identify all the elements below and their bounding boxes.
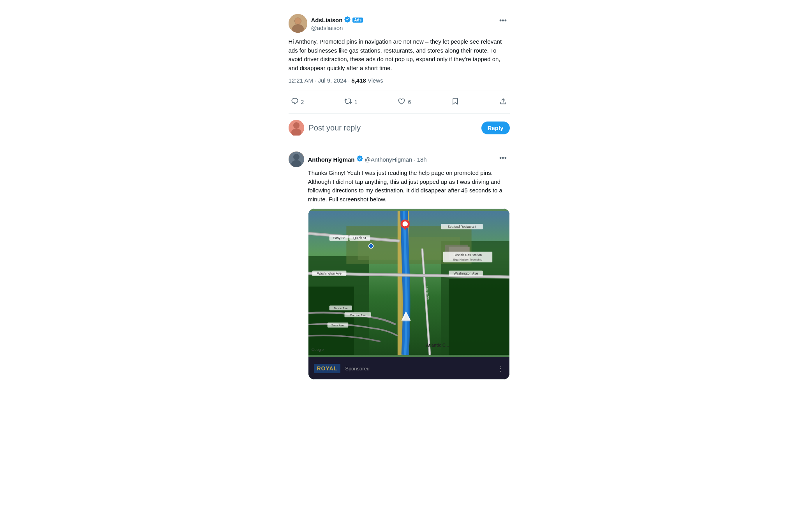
reply-box: Post your reply Reply bbox=[289, 120, 510, 142]
retweet-icon bbox=[344, 97, 352, 106]
svg-text:Tahoe Ave: Tahoe Ave bbox=[333, 307, 347, 310]
reply-avatar bbox=[289, 120, 304, 136]
user-handle[interactable]: @adsliaison bbox=[311, 25, 363, 31]
views-count: 5,418 bbox=[351, 77, 366, 84]
reply-avatar-img[interactable] bbox=[289, 151, 304, 167]
svg-text:Easy St: Easy St bbox=[333, 236, 345, 240]
svg-point-22 bbox=[402, 221, 408, 227]
reply-tweet-header: Anthony Higman @AnthonyHigman · 18h ••• bbox=[289, 151, 510, 167]
heart-icon bbox=[398, 97, 405, 106]
reply-handle: @AnthonyHigman bbox=[365, 156, 412, 163]
reply-button[interactable]: Reply bbox=[481, 122, 510, 134]
tweet-author-section: AdsLiaison Ads @adsliaison bbox=[289, 14, 363, 33]
svg-text:Seafood Restaurant: Seafood Restaurant bbox=[447, 225, 476, 229]
bookmark-icon bbox=[451, 97, 459, 106]
share-action[interactable] bbox=[497, 95, 509, 109]
svg-text:Google: Google bbox=[311, 347, 323, 352]
tweet-text: Hi Anthony, Promoted pins in navigation … bbox=[289, 37, 510, 72]
svg-text:Atlantic C...: Atlantic C... bbox=[426, 343, 449, 347]
avatar[interactable] bbox=[289, 14, 307, 33]
sponsored-bar: ROYAL Sponsored ⋮ bbox=[308, 357, 509, 380]
like-action[interactable]: 6 bbox=[395, 95, 413, 109]
svg-point-8 bbox=[293, 154, 299, 160]
reply-input[interactable]: Post your reply bbox=[309, 123, 477, 132]
tweet-timestamp: 12:21 AM · Jul 9, 2024 bbox=[289, 77, 347, 84]
reply-user-name-row: Anthony Higman @AnthonyHigman · 18h bbox=[308, 155, 427, 164]
sponsored-text: Sponsored bbox=[345, 366, 370, 372]
svg-text:Quick St: Quick St bbox=[353, 236, 366, 240]
reply-verified-icon bbox=[356, 155, 363, 164]
user-name-row: AdsLiaison Ads bbox=[311, 16, 363, 25]
reply-handle-text[interactable]: @AnthonyHigman bbox=[365, 156, 412, 163]
reply-icon bbox=[291, 97, 299, 106]
share-icon bbox=[499, 97, 507, 106]
reply-user-name[interactable]: Anthony Higman bbox=[308, 156, 355, 163]
svg-rect-13 bbox=[308, 287, 354, 355]
user-name[interactable]: AdsLiaison bbox=[311, 17, 343, 23]
sponsored-more-button[interactable]: ⋮ bbox=[497, 364, 504, 373]
svg-text:Corrine Ave: Corrine Ave bbox=[350, 314, 365, 317]
tweet-actions: 2 1 6 bbox=[289, 90, 510, 114]
tweet-thread: AdsLiaison Ads @adsliaison ••• Hi Anthon… bbox=[282, 8, 516, 380]
reply-count: 2 bbox=[301, 99, 304, 105]
svg-rect-14 bbox=[449, 279, 509, 355]
svg-point-25 bbox=[368, 244, 373, 248]
reply-separator: · bbox=[414, 156, 415, 163]
bookmark-action[interactable] bbox=[449, 95, 462, 109]
reply-action[interactable]: 2 bbox=[289, 95, 307, 109]
reply-tweet: Anthony Higman @AnthonyHigman · 18h ••• … bbox=[289, 150, 510, 380]
user-info: AdsLiaison Ads @adsliaison bbox=[311, 16, 363, 31]
ads-badge: Ads bbox=[352, 18, 363, 23]
reply-time: 18h bbox=[417, 156, 427, 163]
svg-text:Washington Ave: Washington Ave bbox=[317, 271, 342, 275]
avatar-image bbox=[289, 14, 307, 33]
tweet-header: AdsLiaison Ads @adsliaison ••• bbox=[289, 14, 510, 33]
like-count: 6 bbox=[408, 99, 411, 105]
reply-more-options-button[interactable]: ••• bbox=[497, 151, 510, 165]
svg-point-5 bbox=[293, 122, 299, 129]
reply-author-section: Anthony Higman @AnthonyHigman · 18h bbox=[289, 151, 427, 167]
map-background: Easy St Quick St Washington Ave Washingt… bbox=[308, 209, 509, 357]
reply-text: Thanks Ginny! Yeah I was just reading th… bbox=[308, 169, 510, 204]
royal-logo: ROYAL bbox=[314, 364, 341, 373]
verified-icon bbox=[344, 16, 351, 25]
views-label: Views bbox=[368, 77, 383, 84]
tweet-meta: 12:21 AM · Jul 9, 2024 · 5,418 Views bbox=[289, 77, 510, 84]
retweet-count: 1 bbox=[354, 99, 358, 105]
svg-point-3 bbox=[295, 18, 301, 24]
map-screenshot: Easy St Quick St Washington Ave Washingt… bbox=[308, 208, 510, 380]
svg-text:Egg Harbor Township: Egg Harbor Township bbox=[453, 258, 482, 261]
retweet-action[interactable]: 1 bbox=[342, 95, 360, 109]
svg-text:Zaza Ave: Zaza Ave bbox=[331, 324, 344, 327]
more-options-button[interactable]: ••• bbox=[497, 14, 510, 27]
svg-text:Sinclair Gas Station: Sinclair Gas Station bbox=[453, 254, 482, 257]
svg-text:Washington Ave: Washington Ave bbox=[453, 271, 478, 275]
